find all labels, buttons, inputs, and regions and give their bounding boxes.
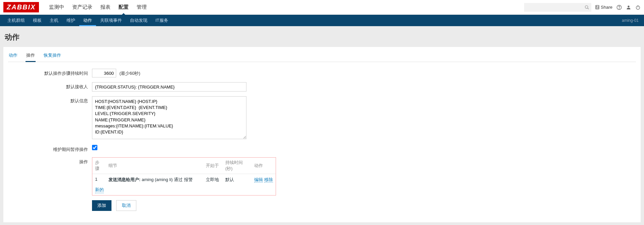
tabs: 动作 操作 恢复操作 (8, 50, 636, 62)
topnav-reports[interactable]: 报表 (96, 0, 114, 15)
edit-link[interactable]: 编辑 (254, 177, 263, 182)
label-message: 默认信息 (8, 96, 92, 104)
subnav-hostgroups[interactable]: 主机群组 (3, 15, 29, 26)
topnav-inventory[interactable]: 资产记录 (68, 0, 96, 15)
top-nav: ZABBIX 监测中 资产记录 报表 配置 管理 ZShare (0, 0, 644, 15)
subnav-templates[interactable]: 模板 (29, 15, 46, 26)
table-row: 1 发送消息给用户: aming (aming li) 通过 报警 立即地 默认… (92, 174, 276, 186)
tab-recovery[interactable]: 恢复操作 (43, 50, 62, 62)
th-action: 动作 (251, 158, 276, 174)
th-duration: 持续时间(秒) (223, 158, 251, 174)
row-pause: 维护期间暂停操作 (8, 145, 636, 153)
subnav-maintenance[interactable]: 维护 (62, 15, 79, 26)
checkbox-pause[interactable] (92, 145, 97, 150)
cell-start: 立即地 (203, 174, 223, 186)
cell-duration: 默认 (223, 174, 251, 186)
subnav-hosts[interactable]: 主机 (46, 15, 62, 26)
logout-icon[interactable] (635, 5, 641, 10)
cell-step: 1 (92, 174, 106, 186)
operations-table: 步骤 细节 开始于 持续时间(秒) 动作 1 发送消息给用户: aming (a… (92, 157, 276, 195)
share-link[interactable]: ZShare (595, 5, 612, 10)
new-operation-link[interactable]: 新的 (95, 187, 104, 193)
subnav-itservices[interactable]: IT服务 (151, 15, 172, 26)
search-icon[interactable] (585, 5, 589, 10)
brand-logo: ZABBIX (3, 2, 39, 12)
page-title: 动作 (0, 26, 644, 47)
svg-point-0 (585, 5, 588, 8)
search-input[interactable] (524, 3, 591, 12)
label-recipient: 默认接收人 (8, 82, 92, 90)
textarea-message[interactable] (92, 96, 246, 139)
subnav-hostname: aming-01 (622, 18, 641, 23)
subnav-discovery[interactable]: 自动发现 (126, 15, 151, 26)
table-header-row: 步骤 细节 开始于 持续时间(秒) 动作 (92, 158, 276, 174)
tab-operations[interactable]: 操作 (26, 50, 36, 62)
tab-action[interactable]: 动作 (8, 50, 18, 62)
search-box (524, 3, 591, 12)
input-recipient[interactable] (92, 82, 246, 92)
row-step-duration: 默认操作步骤持续时间 (最少60秒) (8, 69, 636, 77)
row-operations: 操作 步骤 细节 开始于 持续时间(秒) 动作 (8, 157, 636, 195)
topnav-admin[interactable]: 管理 (133, 0, 151, 15)
input-step-duration[interactable] (92, 69, 116, 77)
label-operations: 操作 (8, 157, 92, 165)
label-pause: 维护期间暂停操作 (8, 145, 92, 153)
topnav-monitoring[interactable]: 监测中 (45, 0, 68, 15)
row-message: 默认信息 (8, 96, 636, 140)
topnav-configuration[interactable]: 配置 (114, 0, 133, 15)
th-detail: 细节 (106, 158, 203, 174)
svg-line-1 (588, 8, 589, 9)
cancel-button[interactable]: 取消 (116, 200, 136, 211)
cell-detail: 发送消息给用户: aming (aming li) 通过 报警 (106, 174, 203, 186)
row-buttons: 添加 取消 (8, 200, 636, 211)
th-step: 步骤 (92, 158, 106, 174)
cell-actions: 编辑 移除 (251, 174, 276, 186)
svg-point-3 (619, 8, 619, 9)
add-button[interactable]: 添加 (92, 200, 111, 211)
topnav-right: ZShare (524, 3, 641, 12)
sub-nav: 主机群组 模板 主机 维护 动作 关联项事件 自动发现 IT服务 aming-0… (0, 15, 644, 26)
hint-step-duration: (最少60秒) (120, 71, 140, 76)
form-panel: 动作 操作 恢复操作 默认操作步骤持续时间 (最少60秒) 默认接收人 默认信息… (3, 47, 641, 222)
subnav-correlation[interactable]: 关联项事件 (96, 15, 126, 26)
th-start: 开始于 (203, 158, 223, 174)
svg-point-4 (628, 5, 629, 7)
subnav-actions[interactable]: 动作 (79, 15, 96, 26)
row-recipient: 默认接收人 (8, 82, 636, 92)
user-icon[interactable] (626, 5, 631, 10)
remove-link[interactable]: 移除 (264, 177, 273, 182)
label-step-duration: 默认操作步骤持续时间 (8, 69, 92, 76)
help-icon[interactable] (616, 5, 622, 10)
